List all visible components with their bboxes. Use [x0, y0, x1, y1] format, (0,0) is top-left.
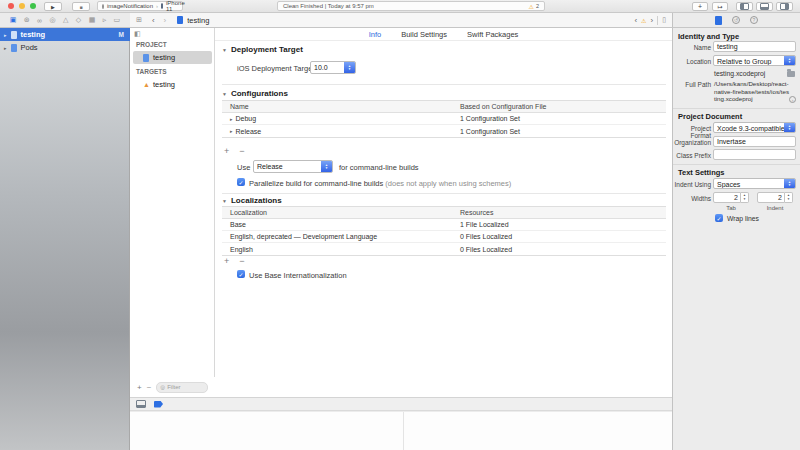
table-row[interactable]: ▸Debug 1 Configuration Set — [222, 113, 666, 125]
section-open-icon[interactable]: ▼ — [222, 47, 227, 53]
tab-width-stepper[interactable]: 2 ▲▼ — [713, 192, 749, 203]
project-format-dropdown[interactable]: Xcode 9.3-compatible ▲▼ — [713, 122, 796, 133]
breakpoint-navigator-icon[interactable]: ▹ — [103, 16, 107, 24]
filter-input[interactable]: ◎ Filter — [156, 382, 208, 393]
organization-field[interactable]: Invertase — [713, 136, 796, 147]
check-icon: ✓ — [238, 271, 243, 278]
navigator-item-pods[interactable]: ▸ Pods — [0, 41, 130, 54]
tab-build-settings[interactable]: Build Settings — [401, 30, 447, 39]
section-open-icon[interactable]: ▼ — [222, 91, 227, 97]
disclosure-icon[interactable]: ▸ — [4, 45, 7, 51]
section-localizations[interactable]: ▼ Localizations — [222, 196, 282, 205]
table-row[interactable]: ▸Release 1 Configuration Set — [222, 125, 666, 137]
use-suffix-label: for command-line builds — [339, 163, 419, 172]
editor-layout-icon[interactable]: ▯ — [662, 16, 666, 24]
sidebar-toggle-icon[interactable]: ◧ — [134, 30, 141, 38]
section-open-icon[interactable]: ▼ — [222, 198, 227, 204]
toggle-debug-area-button[interactable] — [756, 2, 773, 11]
symbol-navigator-icon[interactable]: ∞ — [37, 17, 42, 24]
debug-pane-icon — [760, 3, 769, 10]
sidebar-project-testing[interactable]: testing — [133, 51, 212, 64]
open-in-finder-icon[interactable]: › — [789, 96, 796, 103]
wrap-lines-checkbox[interactable]: ✓ — [715, 214, 723, 222]
parallelize-note: (does not apply when using schemes) — [385, 179, 511, 188]
config-name: Release — [236, 128, 262, 135]
remove-icon[interactable]: − — [147, 383, 152, 392]
quick-help-inspector-icon[interactable]: ? — [750, 16, 758, 24]
navigator-item-testing[interactable]: ▸ testing M — [0, 28, 130, 41]
library-button[interactable]: + — [692, 2, 708, 11]
project-header: PROJECT — [136, 41, 167, 48]
sidebar-target-testing[interactable]: ▲ testing — [133, 78, 212, 91]
dropdown-value: Release — [254, 161, 321, 172]
section-deployment-target[interactable]: ▼ Deployment Target — [222, 45, 303, 54]
scheme-app-icon — [102, 4, 104, 9]
warning-badge[interactable]: ⚠ 2 — [529, 3, 539, 10]
remove-localization-button[interactable]: − — [239, 256, 244, 266]
remove-configuration-button[interactable]: − — [239, 146, 244, 156]
parallelize-checkbox[interactable]: ✓ — [237, 178, 245, 186]
toggle-navigator-button[interactable] — [736, 2, 753, 11]
ios-deployment-target-dropdown[interactable]: 10.0 ▲▼ — [310, 61, 356, 74]
tab-width-value[interactable]: 2 — [713, 192, 741, 203]
previous-issue-icon[interactable]: ‹ — [634, 16, 637, 25]
container-name: testing.xcodeproj — [714, 70, 765, 77]
indent-width-value[interactable]: 2 — [757, 192, 785, 203]
tab-info[interactable]: Info — [369, 30, 382, 39]
dropdown-arrows-icon: ▲▼ — [784, 56, 795, 65]
test-navigator-icon[interactable]: ◇ — [76, 16, 81, 24]
disclosure-icon[interactable]: ▸ — [230, 116, 233, 122]
jumpbar-file-name[interactable]: testing — [187, 16, 209, 25]
stepper-arrows-icon[interactable]: ▲▼ — [785, 192, 793, 203]
indent-using-dropdown[interactable]: Spaces ▲▼ — [713, 178, 796, 189]
location-dropdown[interactable]: Relative to Group ▲▼ — [713, 55, 796, 66]
folder-icon[interactable] — [787, 71, 795, 77]
full-path-label: Full Path — [673, 81, 711, 88]
scheme-selector[interactable]: imageNotification › iPhone 11 — [97, 1, 183, 11]
history-inspector-icon[interactable]: ↺ — [732, 16, 740, 24]
toggle-inspector-button[interactable] — [776, 2, 793, 11]
close-window-button[interactable] — [8, 3, 14, 9]
stop-button[interactable]: ■ — [72, 2, 90, 11]
disclosure-icon[interactable]: ▸ — [230, 128, 233, 134]
run-button[interactable]: ▶ — [44, 2, 62, 11]
filter-placeholder: Filter — [167, 384, 180, 390]
related-items-icon[interactable]: ⊞ — [136, 16, 142, 24]
issue-navigator-icon[interactable]: △ — [63, 16, 68, 24]
tab-column-label: Tab — [713, 205, 749, 211]
table-row[interactable]: English 0 Files Localized — [222, 243, 666, 255]
forward-icon[interactable]: › — [164, 16, 167, 25]
activity-status: Clean Finished | Today at 9:57 pm ⚠ 2 — [277, 1, 545, 11]
indent-width-stepper[interactable]: 2 ▲▼ — [757, 192, 793, 203]
table-row[interactable]: English, deprecated — Development Langua… — [222, 231, 666, 243]
disclosure-icon[interactable]: ▸ — [4, 32, 7, 38]
command-line-config-dropdown[interactable]: Release ▲▼ — [253, 160, 333, 173]
minimize-window-button[interactable] — [19, 3, 25, 9]
add-localization-button[interactable]: + — [224, 256, 229, 266]
breakpoints-toggle-icon[interactable] — [154, 401, 163, 408]
find-navigator-icon[interactable]: ◎ — [49, 16, 55, 24]
section-configurations[interactable]: ▼ Configurations — [222, 89, 288, 98]
next-issue-icon[interactable]: › — [650, 16, 653, 25]
project-navigator-icon[interactable]: ▣ — [10, 16, 17, 24]
hide-debug-area-icon[interactable] — [136, 400, 146, 408]
editor-focus-button[interactable]: ↦ — [712, 2, 728, 11]
class-prefix-label: Class Prefix — [673, 152, 711, 159]
source-control-navigator-icon[interactable]: ⊛ — [24, 16, 30, 24]
base-internationalization-checkbox[interactable]: ✓ — [237, 270, 245, 278]
name-field[interactable]: testing — [713, 41, 796, 52]
zoom-window-button[interactable] — [30, 3, 36, 9]
add-configuration-button[interactable]: + — [224, 146, 229, 156]
section-title: Configurations — [231, 89, 288, 98]
divider — [673, 164, 800, 165]
back-icon[interactable]: ‹ — [152, 16, 155, 25]
add-icon[interactable]: + — [137, 383, 142, 392]
report-navigator-icon[interactable]: ▭ — [114, 16, 121, 24]
debug-navigator-icon[interactable]: ▦ — [89, 16, 96, 24]
file-inspector-icon[interactable] — [715, 16, 722, 25]
targets-header: TARGETS — [136, 68, 167, 75]
stepper-arrows-icon[interactable]: ▲▼ — [741, 192, 749, 203]
class-prefix-field[interactable] — [713, 149, 796, 160]
tab-swift-packages[interactable]: Swift Packages — [467, 30, 518, 39]
table-row[interactable]: Base 1 File Localized — [222, 219, 666, 231]
